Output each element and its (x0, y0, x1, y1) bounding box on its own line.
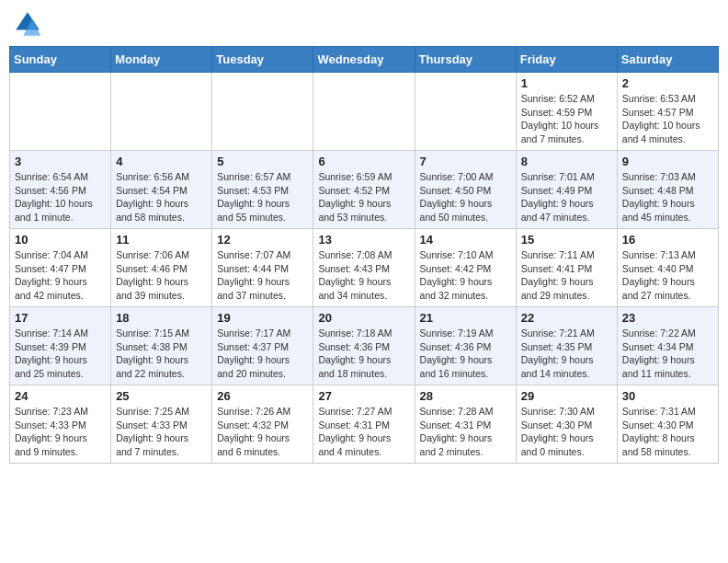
day-info: Sunrise: 6:53 AM Sunset: 4:57 PM Dayligh… (622, 92, 713, 146)
day-number: 6 (318, 155, 409, 168)
day-info: Sunrise: 7:30 AM Sunset: 4:30 PM Dayligh… (521, 405, 612, 459)
calendar-cell: 18Sunrise: 7:15 AM Sunset: 4:38 PM Dayli… (111, 307, 212, 385)
day-info: Sunrise: 7:04 AM Sunset: 4:47 PM Dayligh… (15, 248, 106, 303)
calendar-cell: 16Sunrise: 7:13 AM Sunset: 4:40 PM Dayli… (617, 229, 718, 307)
day-info: Sunrise: 7:07 AM Sunset: 4:44 PM Dayligh… (217, 248, 308, 303)
calendar-cell: 27Sunrise: 7:27 AM Sunset: 4:31 PM Dayli… (313, 385, 415, 464)
day-info: Sunrise: 7:18 AM Sunset: 4:36 PM Dayligh… (318, 327, 409, 381)
day-info: Sunrise: 7:15 AM Sunset: 4:38 PM Dayligh… (116, 327, 207, 381)
col-header-saturday: Saturday (617, 47, 718, 73)
calendar-cell: 24Sunrise: 7:23 AM Sunset: 4:33 PM Dayli… (10, 385, 111, 464)
day-number: 8 (521, 155, 612, 168)
calendar-cell (10, 73, 111, 151)
day-number: 21 (420, 311, 511, 325)
day-number: 28 (420, 389, 511, 403)
calendar-cell: 29Sunrise: 7:30 AM Sunset: 4:30 PM Dayli… (516, 385, 617, 464)
day-info: Sunrise: 7:00 AM Sunset: 4:50 PM Dayligh… (420, 170, 511, 224)
calendar-cell: 5Sunrise: 6:57 AM Sunset: 4:53 PM Daylig… (212, 151, 313, 229)
day-number: 9 (622, 155, 713, 168)
calendar-cell (313, 73, 415, 151)
day-info: Sunrise: 7:01 AM Sunset: 4:49 PM Dayligh… (521, 170, 612, 224)
day-info: Sunrise: 7:06 AM Sunset: 4:46 PM Dayligh… (116, 248, 207, 303)
day-number: 20 (318, 311, 409, 325)
day-number: 12 (217, 233, 308, 247)
calendar-cell: 14Sunrise: 7:10 AM Sunset: 4:42 PM Dayli… (415, 229, 516, 307)
calendar-cell: 17Sunrise: 7:14 AM Sunset: 4:39 PM Dayli… (10, 307, 111, 385)
col-header-wednesday: Wednesday (313, 47, 415, 73)
day-number: 4 (116, 155, 207, 168)
day-info: Sunrise: 7:25 AM Sunset: 4:33 PM Dayligh… (116, 405, 207, 459)
logo (13, 9, 46, 39)
calendar-cell (415, 73, 516, 151)
calendar-cell: 6Sunrise: 6:59 AM Sunset: 4:52 PM Daylig… (313, 151, 415, 229)
calendar-table: SundayMondayTuesdayWednesdayThursdayFrid… (9, 46, 719, 464)
calendar-cell: 7Sunrise: 7:00 AM Sunset: 4:50 PM Daylig… (415, 151, 516, 229)
day-info: Sunrise: 7:22 AM Sunset: 4:34 PM Dayligh… (622, 327, 713, 381)
calendar-cell: 15Sunrise: 7:11 AM Sunset: 4:41 PM Dayli… (516, 229, 617, 307)
day-info: Sunrise: 6:56 AM Sunset: 4:54 PM Dayligh… (116, 170, 207, 224)
calendar-cell: 21Sunrise: 7:19 AM Sunset: 4:36 PM Dayli… (415, 307, 516, 385)
calendar-cell: 30Sunrise: 7:31 AM Sunset: 4:30 PM Dayli… (617, 385, 718, 464)
calendar-cell: 13Sunrise: 7:08 AM Sunset: 4:43 PM Dayli… (313, 229, 415, 307)
day-info: Sunrise: 7:23 AM Sunset: 4:33 PM Dayligh… (15, 405, 106, 459)
calendar-cell (111, 73, 212, 151)
day-number: 30 (622, 389, 713, 403)
day-number: 7 (420, 155, 511, 168)
logo-icon (13, 9, 42, 39)
day-number: 23 (622, 311, 713, 325)
day-number: 5 (217, 155, 308, 168)
calendar-cell (212, 73, 313, 151)
day-info: Sunrise: 7:14 AM Sunset: 4:39 PM Dayligh… (15, 327, 106, 381)
day-number: 26 (217, 389, 308, 403)
day-number: 22 (521, 311, 612, 325)
day-info: Sunrise: 7:11 AM Sunset: 4:41 PM Dayligh… (521, 248, 612, 303)
day-info: Sunrise: 7:10 AM Sunset: 4:42 PM Dayligh… (420, 248, 511, 303)
calendar-cell: 22Sunrise: 7:21 AM Sunset: 4:35 PM Dayli… (516, 307, 617, 385)
day-number: 13 (318, 233, 409, 247)
calendar-cell: 11Sunrise: 7:06 AM Sunset: 4:46 PM Dayli… (111, 229, 212, 307)
day-number: 16 (622, 233, 713, 247)
calendar-cell: 8Sunrise: 7:01 AM Sunset: 4:49 PM Daylig… (516, 151, 617, 229)
week-row-5: 24Sunrise: 7:23 AM Sunset: 4:33 PM Dayli… (10, 385, 719, 464)
day-info: Sunrise: 6:54 AM Sunset: 4:56 PM Dayligh… (15, 170, 106, 224)
day-info: Sunrise: 7:21 AM Sunset: 4:35 PM Dayligh… (521, 327, 612, 381)
day-number: 18 (116, 311, 207, 325)
calendar-cell: 20Sunrise: 7:18 AM Sunset: 4:36 PM Dayli… (313, 307, 415, 385)
calendar-cell: 3Sunrise: 6:54 AM Sunset: 4:56 PM Daylig… (10, 151, 111, 229)
day-info: Sunrise: 7:13 AM Sunset: 4:40 PM Dayligh… (622, 248, 713, 303)
day-info: Sunrise: 7:26 AM Sunset: 4:32 PM Dayligh… (217, 405, 308, 459)
col-header-thursday: Thursday (415, 47, 516, 73)
day-info: Sunrise: 7:08 AM Sunset: 4:43 PM Dayligh… (318, 248, 409, 303)
day-info: Sunrise: 7:28 AM Sunset: 4:31 PM Dayligh… (420, 405, 511, 459)
day-number: 17 (15, 311, 106, 325)
day-number: 29 (521, 389, 612, 403)
week-row-4: 17Sunrise: 7:14 AM Sunset: 4:39 PM Dayli… (10, 307, 719, 385)
day-number: 15 (521, 233, 612, 247)
calendar-cell: 26Sunrise: 7:26 AM Sunset: 4:32 PM Dayli… (212, 385, 313, 464)
day-number: 3 (15, 155, 106, 168)
page-header (9, 9, 719, 39)
calendar-cell: 10Sunrise: 7:04 AM Sunset: 4:47 PM Dayli… (10, 229, 111, 307)
col-header-sunday: Sunday (10, 47, 111, 73)
col-header-tuesday: Tuesday (212, 47, 313, 73)
day-number: 1 (521, 76, 612, 90)
day-number: 25 (116, 389, 207, 403)
day-info: Sunrise: 6:57 AM Sunset: 4:53 PM Dayligh… (217, 170, 308, 224)
week-row-1: 1Sunrise: 6:52 AM Sunset: 4:59 PM Daylig… (10, 73, 719, 151)
day-info: Sunrise: 7:17 AM Sunset: 4:37 PM Dayligh… (217, 327, 308, 381)
col-header-monday: Monday (111, 47, 212, 73)
calendar-cell: 12Sunrise: 7:07 AM Sunset: 4:44 PM Dayli… (212, 229, 313, 307)
day-info: Sunrise: 7:19 AM Sunset: 4:36 PM Dayligh… (420, 327, 511, 381)
day-info: Sunrise: 7:03 AM Sunset: 4:48 PM Dayligh… (622, 170, 713, 224)
day-number: 27 (318, 389, 409, 403)
day-number: 14 (420, 233, 511, 247)
calendar-cell: 19Sunrise: 7:17 AM Sunset: 4:37 PM Dayli… (212, 307, 313, 385)
calendar-cell: 28Sunrise: 7:28 AM Sunset: 4:31 PM Dayli… (415, 385, 516, 464)
calendar-cell: 9Sunrise: 7:03 AM Sunset: 4:48 PM Daylig… (617, 151, 718, 229)
week-row-3: 10Sunrise: 7:04 AM Sunset: 4:47 PM Dayli… (10, 229, 719, 307)
day-info: Sunrise: 7:31 AM Sunset: 4:30 PM Dayligh… (622, 405, 713, 459)
day-info: Sunrise: 6:59 AM Sunset: 4:52 PM Dayligh… (318, 170, 409, 224)
calendar-cell: 2Sunrise: 6:53 AM Sunset: 4:57 PM Daylig… (617, 73, 718, 151)
calendar-cell: 23Sunrise: 7:22 AM Sunset: 4:34 PM Dayli… (617, 307, 718, 385)
calendar-cell: 4Sunrise: 6:56 AM Sunset: 4:54 PM Daylig… (111, 151, 212, 229)
